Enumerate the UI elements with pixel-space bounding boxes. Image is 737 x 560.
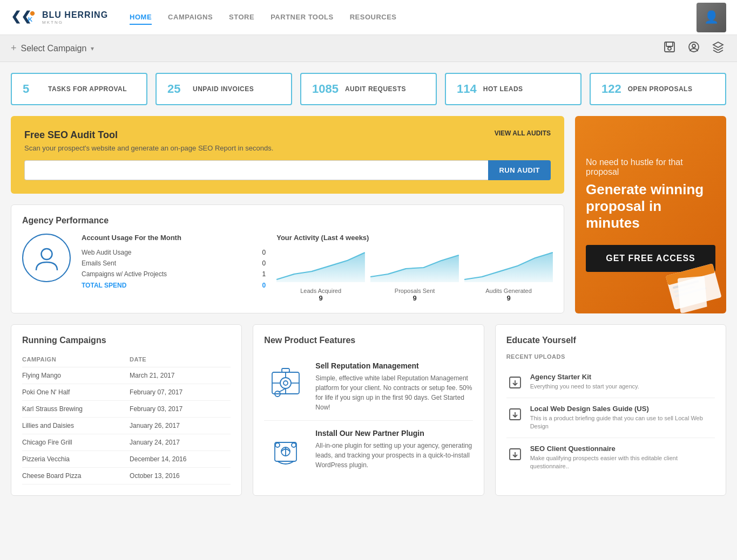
seo-subtitle: Scan your prospect's website and generat… [24,144,551,152]
main-two-col: Free SEO Audit Tool VIEW ALL AUDITS Scan… [11,116,726,313]
table-row[interactable]: Lillies and DaisiesJanuary 26, 2017 [22,418,231,434]
agency-performance-title: Agency Performance [22,216,553,226]
campaign-name: Cheese Board Pizza [22,468,130,484]
stat-tasks[interactable]: 5 TASKS FOR APPROVAL [11,73,147,105]
bottom-three-col: Running Campaigns CAMPAIGN DATE Flying M… [11,324,726,496]
upload-description: This is a product briefing guide that yo… [530,414,715,431]
save-report-icon[interactable] [661,39,678,58]
feature-description: Simple, effective white label Reputation… [315,373,472,412]
svg-point-32 [292,443,296,447]
charts-row [276,247,553,282]
table-row[interactable]: Chicago Fire GrillJanuary 24, 2017 [22,434,231,451]
nav-campaigns[interactable]: CAMPAIGNS [168,10,213,25]
campaign-name: Lillies and Daisies [22,418,130,434]
chart-stat-proposals: Proposals Sent 9 [370,288,459,302]
feature-description: All-in-one plugin for setting up your ag… [315,441,472,470]
select-campaign-label: Select Campaign [21,44,87,53]
running-campaigns-card: Running Campaigns CAMPAIGN DATE Flying M… [11,324,242,496]
perf-inner: Account Usage For the Month Web Audit Us… [22,234,553,302]
tasks-number: 5 [23,82,42,96]
svg-point-21 [283,381,288,385]
feature-icon [264,361,307,405]
audit-url-input[interactable] [24,160,488,180]
upload-item[interactable]: Agency Starter Kit Everything you need t… [506,366,715,398]
feature-title: Sell Reputation Management [315,361,472,370]
chevron-down-icon: ▾ [91,45,94,52]
seo-audit-card: Free SEO Audit Tool VIEW ALL AUDITS Scan… [11,116,564,194]
upload-item[interactable]: SEO Client Questionnaire Make qualifying… [506,438,715,477]
nav-store[interactable]: STORE [229,10,254,25]
upload-item[interactable]: Local Web Design Sales Guide (US) This i… [506,398,715,438]
total-spend-label: TOTAL SPEND [82,282,126,289]
download-icon [506,374,524,391]
upload-text: Local Web Design Sales Guide (US) This i… [530,405,715,431]
campaign-name: Chicago Fire Grill [22,434,130,451]
svg-text:K: K [28,16,33,23]
account-usage-title: Account Usage For the Month [82,234,266,242]
activity-title: Your Activity (Last 4 weeks) [276,234,553,242]
upload-title: Agency Starter Kit [530,373,639,381]
select-campaign-dropdown[interactable]: + Select Campaign ▾ [11,43,94,54]
feature-item: Sell Reputation Management Simple, effec… [264,353,472,421]
new-features-title: New Product Features [264,336,472,345]
upload-title: Local Web Design Sales Guide (US) [530,405,715,413]
user-settings-icon[interactable] [686,39,702,58]
feature-content: Sell Reputation Management Simple, effec… [315,361,472,412]
leads-label: HOT LEADS [483,85,523,93]
audit-input-row: RUN AUDIT [24,160,551,180]
campaigns-col-date: DATE [130,353,231,367]
recent-uploads-label: RECENT UPLOADS [506,353,715,360]
ad-banner: No need to hustle for that proposal Gene… [575,116,726,313]
nav-partner-tools[interactable]: PARTNER TOOLS [271,10,334,25]
feature-title: Install Our New Partner Plugin [315,429,472,438]
invoices-number: 25 [167,82,186,96]
campaign-name: Karl Strauss Brewing [22,401,130,418]
campaign-name: Flying Mango [22,367,130,384]
view-all-audits-link[interactable]: VIEW ALL AUDITS [495,129,551,137]
layers-icon[interactable] [710,39,726,58]
table-row[interactable]: Karl Strauss BrewingFebruary 03, 2017 [22,401,231,418]
table-row[interactable]: Pizzeria VecchiaDecember 14, 2016 [22,451,231,468]
table-row[interactable]: Cheese Board PizzaOctober 13, 2016 [22,468,231,484]
run-audit-button[interactable]: RUN AUDIT [488,160,551,180]
campaign-date: October 13, 2016 [130,468,231,484]
proposals-number: 122 [601,82,621,96]
campaign-date: January 26, 2017 [130,418,231,434]
table-row[interactable]: Flying MangoMarch 21, 2017 [22,367,231,384]
chart-stat-audits: Audits Generated 9 [464,288,553,302]
main-content: 5 TASKS FOR APPROVAL 25 UNPAID INVOICES … [0,62,737,507]
feature-item: Install Our New Partner Plugin All-in-on… [264,421,472,480]
svg-point-5 [668,47,671,50]
nav-home[interactable]: HOME [130,10,152,25]
stat-leads[interactable]: 114 HOT LEADS [445,73,582,105]
usage-row-2: Campaigns w/ Active Projects 1 [82,269,266,279]
stat-proposals[interactable]: 122 OPEN PROPOSALS [590,73,726,105]
educate-card: Educate Yourself RECENT UPLOADS Agency S… [495,324,726,496]
seo-title: Free SEO Audit Tool [24,129,118,141]
logo-icon: ❮❮ K [11,6,38,28]
stat-invoices[interactable]: 25 UNPAID INVOICES [155,73,292,105]
navbar: ❮❮ K BLU HERRING MKTNG HOME CAMPAIGNS ST… [0,0,737,35]
toolbar: + Select Campaign ▾ [0,35,737,62]
nav-resources[interactable]: RESOURCES [350,10,397,25]
table-row[interactable]: Poki One N' HalfFebruary 07, 2017 [22,384,231,401]
campaign-date: February 03, 2017 [130,401,231,418]
mini-chart-leads [276,247,365,282]
seo-audit-header: Free SEO Audit Tool VIEW ALL AUDITS [24,129,551,141]
campaigns-table: CAMPAIGN DATE Flying MangoMarch 21, 2017… [22,353,231,484]
nav-links: HOME CAMPAIGNS STORE PARTNER TOOLS RESOU… [130,10,697,25]
activity-section: Your Activity (Last 4 weeks) [276,234,553,302]
stat-audits[interactable]: 1085 AUDIT REQUESTS [300,73,437,105]
audits-number: 1085 [312,82,339,96]
svg-rect-26 [282,368,289,372]
avatar[interactable]: 👤 [697,3,726,32]
download-icon [506,406,524,423]
stats-row: 5 TASKS FOR APPROVAL 25 UNPAID INVOICES … [11,73,726,105]
agency-performance-card: Agency Performance Account Usage For the… [11,204,564,313]
proposals-label: OPEN PROPOSALS [628,85,693,93]
logo-text: BLU HERRING MKTNG [42,10,108,25]
campaign-date: February 07, 2017 [130,384,231,401]
mini-chart-audits [464,247,553,282]
usage-row-1: Emails Sent 0 [82,258,266,269]
campaign-date: January 24, 2017 [130,434,231,451]
